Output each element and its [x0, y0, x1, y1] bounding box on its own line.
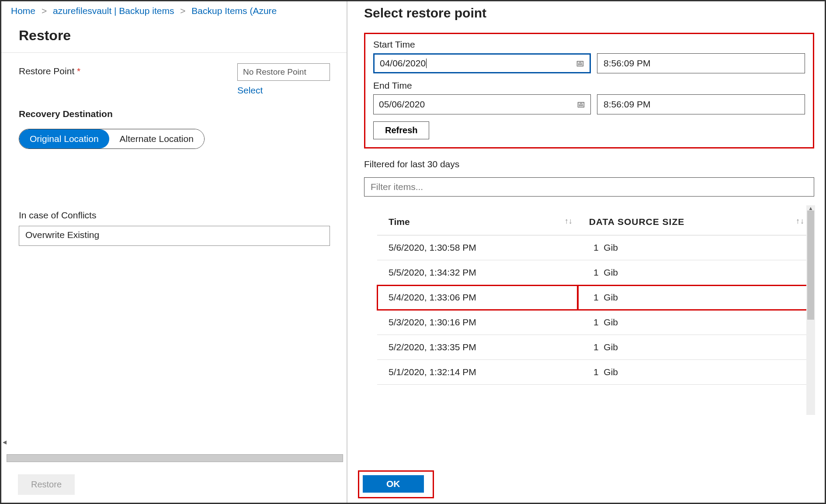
- page-title: Restore: [19, 28, 330, 44]
- calendar-icon[interactable]: 📅︎: [576, 59, 584, 69]
- ok-button[interactable]: OK: [363, 475, 424, 493]
- scroll-thumb[interactable]: [807, 211, 814, 320]
- cell-size: 1 Gib: [578, 260, 810, 285]
- start-time-label: Start Time: [373, 39, 805, 50]
- filter-input[interactable]: [364, 177, 814, 197]
- sort-icon[interactable]: ↑↓: [565, 217, 573, 226]
- cell-time: 5/3/2020, 1:30:16 PM: [377, 310, 578, 335]
- bottom-bar: Restore: [7, 454, 343, 495]
- ok-highlight: OK: [358, 470, 434, 498]
- cell-time: 5/2/2020, 1:33:35 PM: [377, 335, 578, 360]
- restore-point-field[interactable]: [237, 63, 330, 81]
- table-row[interactable]: 5/6/2020, 1:30:58 PM1 Gib: [377, 235, 810, 260]
- col-data-source-size[interactable]: DATA SOURCE SIZE ↑↓: [578, 204, 810, 235]
- pill-original-location[interactable]: Original Location: [19, 129, 109, 148]
- panel-title: Select restore point: [364, 6, 814, 21]
- sort-icon[interactable]: ↑↓: [796, 217, 805, 226]
- start-date-input[interactable]: 04/06/2020 📅︎: [373, 53, 591, 73]
- cell-time: 5/4/2020, 1:33:06 PM: [377, 285, 578, 310]
- pill-alternate-location[interactable]: Alternate Location: [109, 129, 204, 148]
- chevron-right-icon: >: [180, 6, 185, 16]
- table-row[interactable]: 5/4/2020, 1:33:06 PM1 Gib: [377, 285, 810, 310]
- conflicts-select[interactable]: Overwrite Existing: [19, 226, 330, 246]
- conflicts-label: In case of Conflicts: [19, 210, 330, 221]
- chevron-right-icon: >: [42, 6, 47, 16]
- table-row[interactable]: 5/3/2020, 1:30:16 PM1 Gib: [377, 310, 810, 335]
- cell-time: 5/5/2020, 1:34:32 PM: [377, 260, 578, 285]
- start-time-input[interactable]: 8:56:09 PM: [597, 53, 805, 73]
- restore-point-label: Restore Point *: [19, 63, 237, 76]
- recovery-destination-label: Recovery Destination: [19, 109, 330, 119]
- table-row[interactable]: 5/1/2020, 1:32:14 PM1 Gib: [377, 360, 810, 385]
- select-restore-point-panel: Select restore point Start Time 04/06/20…: [347, 1, 825, 503]
- breadcrumb-home[interactable]: Home: [11, 6, 35, 16]
- restore-form: Restore Restore Point * Select Recovery …: [1, 20, 347, 246]
- refresh-button[interactable]: Refresh: [373, 121, 429, 139]
- collapse-handle-icon[interactable]: ◂: [3, 437, 7, 447]
- cell-size: 1 Gib: [578, 310, 810, 335]
- filter-note: Filtered for last 30 days: [364, 159, 814, 169]
- calendar-icon[interactable]: 📅︎: [576, 100, 585, 110]
- restore-points-table-wrap: Time ↑↓ DATA SOURCE SIZE ↑↓ 5/6/2020, 1:…: [364, 204, 814, 414]
- cell-size: 1 Gib: [578, 235, 810, 260]
- vertical-scrollbar[interactable]: ▲: [806, 205, 815, 415]
- breadcrumb-vault[interactable]: azurefilesvault | Backup items: [53, 6, 174, 16]
- cell-size: 1 Gib: [578, 285, 810, 310]
- cell-size: 1 Gib: [578, 335, 810, 360]
- table-row[interactable]: 5/2/2020, 1:33:35 PM1 Gib: [377, 335, 810, 360]
- cell-size: 1 Gib: [578, 360, 810, 385]
- date-range-section: Start Time 04/06/2020 📅︎ 8:56:09 PM End …: [364, 33, 814, 148]
- end-date-input[interactable]: 05/06/2020 📅︎: [373, 94, 591, 114]
- divider: [1, 52, 347, 53]
- breadcrumb-backup-items[interactable]: Backup Items (Azure: [191, 6, 277, 16]
- end-time-label: End Time: [373, 80, 805, 91]
- restore-points-table: Time ↑↓ DATA SOURCE SIZE ↑↓ 5/6/2020, 1:…: [377, 204, 810, 385]
- cell-time: 5/6/2020, 1:30:58 PM: [377, 235, 578, 260]
- horizontal-scrollbar[interactable]: [7, 454, 343, 462]
- cell-time: 5/1/2020, 1:32:14 PM: [377, 360, 578, 385]
- select-restore-point-link[interactable]: Select: [237, 85, 263, 96]
- restore-button[interactable]: Restore: [18, 474, 75, 495]
- end-time-input[interactable]: 8:56:09 PM: [597, 94, 805, 114]
- col-time[interactable]: Time ↑↓: [377, 204, 578, 235]
- table-row[interactable]: 5/5/2020, 1:34:32 PM1 Gib: [377, 260, 810, 285]
- recovery-destination-toggle: Original Location Alternate Location: [19, 129, 205, 149]
